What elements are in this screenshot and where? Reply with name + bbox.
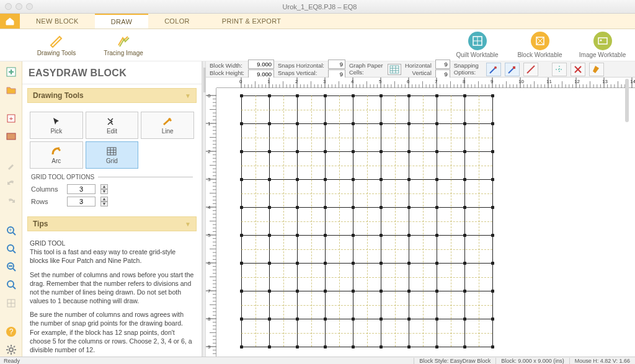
rows-stepper[interactable]: ▲▼	[100, 197, 108, 206]
tab-home[interactable]	[0, 14, 20, 29]
window-controls[interactable]	[5, 3, 33, 10]
svg-line-13	[13, 233, 16, 235]
rows-label: Rows	[31, 198, 62, 205]
graph-paper-button[interactable]	[388, 64, 401, 75]
drawing-tools-header-label: Drawing Tools	[33, 91, 84, 100]
svg-point-36	[111, 120, 113, 122]
svg-text:5: 5	[379, 79, 382, 84]
snap-to-line-icon[interactable]	[523, 63, 538, 76]
tips-header[interactable]: Tips ▼	[27, 216, 197, 231]
clear-icon[interactable]	[589, 63, 604, 76]
status-mouse: Mouse H: 4.82 V: 1.66	[569, 358, 635, 364]
tab-draw[interactable]: DRAW	[95, 14, 148, 29]
svg-text:4: 4	[351, 79, 354, 84]
ruler-horizontal: 01234567891011121314	[216, 78, 635, 88]
zoom-icon[interactable]	[26, 3, 33, 10]
new-icon[interactable]	[4, 65, 18, 78]
svg-line-34	[14, 346, 15, 347]
delete-icon[interactable]	[571, 63, 585, 76]
tool-edit[interactable]: Edit	[86, 112, 139, 139]
zoom-fit-icon[interactable]	[4, 242, 18, 255]
quilt-worktable[interactable]: Quilt Worktable	[451, 30, 504, 60]
open-icon[interactable]	[4, 83, 18, 96]
svg-text:7: 7	[208, 288, 211, 294]
window-title: Urok_1_EQ8.PJ8 – EQ8	[40, 3, 599, 11]
help-icon[interactable]: ?	[4, 326, 18, 339]
eyedropper-icon[interactable]	[4, 159, 18, 172]
svg-text:1: 1	[208, 121, 211, 127]
svg-rect-6	[598, 38, 607, 44]
pencil-icon	[48, 33, 65, 48]
tab-color[interactable]: COLOR	[148, 14, 206, 29]
block-width-input[interactable]	[248, 60, 274, 69]
status-bar: Ready Block Style: EasyDraw Block Block:…	[0, 357, 635, 364]
ribbon-tracing-image[interactable]: Tracing Image	[95, 33, 151, 56]
home-icon	[5, 17, 15, 25]
drawing-tools-header[interactable]: Drawing Tools ▼	[27, 88, 197, 103]
snaps-h-input[interactable]	[328, 60, 345, 69]
chevron-down-icon: ▼	[185, 92, 191, 99]
rows-input[interactable]	[67, 197, 95, 206]
svg-point-47	[494, 66, 497, 69]
zoom-actual-icon[interactable]	[4, 278, 18, 291]
tips-p2: Set the number of columns and rows befor…	[30, 270, 194, 306]
svg-text:1: 1	[267, 79, 270, 84]
block-worktable-label: Block Worktable	[517, 51, 562, 58]
svg-text:2: 2	[295, 79, 298, 84]
svg-point-20	[7, 281, 14, 287]
library-icon[interactable]	[4, 130, 18, 143]
svg-text:7: 7	[435, 79, 438, 84]
svg-text:11: 11	[546, 79, 552, 84]
undo-icon[interactable]	[4, 177, 18, 190]
settings-icon[interactable]	[4, 344, 18, 357]
svg-text:0: 0	[208, 93, 211, 99]
block-grid	[241, 95, 492, 347]
tool-arc[interactable]: Arc	[30, 141, 83, 169]
status-block-style: Block Style: EasyDraw Block	[414, 358, 495, 364]
drawing-canvas[interactable]	[216, 88, 635, 357]
redo-icon[interactable]	[4, 195, 18, 208]
snap-to-node-icon[interactable]	[505, 63, 520, 76]
image-worktable-label: Image Worktable	[579, 51, 626, 58]
columns-input[interactable]	[67, 184, 95, 194]
snap-to-grid-icon[interactable]	[486, 63, 501, 76]
block-height-label: Block Height:	[210, 69, 244, 76]
svg-line-21	[13, 286, 16, 289]
zoom-out-icon[interactable]	[4, 260, 18, 273]
graph-h-label: Horizontal	[405, 62, 432, 69]
snaps-h-label: Snaps Horizontal:	[278, 62, 324, 69]
svg-text:8: 8	[208, 316, 211, 322]
tab-new-block[interactable]: NEW BLOCK	[20, 14, 95, 29]
ribbon-drawing-tools[interactable]: Drawing Tools	[29, 33, 84, 56]
tool-pick[interactable]: Pick	[30, 112, 83, 139]
svg-point-15	[7, 245, 14, 251]
add-block-icon[interactable]: +	[4, 112, 18, 125]
image-worktable[interactable]: Image Worktable	[576, 30, 629, 60]
svg-text:9: 9	[491, 79, 494, 84]
minimize-icon[interactable]	[16, 3, 22, 10]
columns-label: Columns	[31, 185, 62, 193]
columns-stepper[interactable]: ▲▼	[100, 184, 108, 194]
zoom-in-icon[interactable]: +	[4, 224, 18, 237]
tool-line[interactable]: Line	[141, 112, 194, 139]
graph-h-input[interactable]	[435, 60, 450, 69]
svg-text:9: 9	[208, 344, 211, 350]
graph-v-label: Vertical	[405, 69, 432, 76]
tips-p3: Be sure the number of columns and rows a…	[30, 310, 194, 354]
svg-rect-37	[107, 148, 116, 155]
close-icon[interactable]	[5, 3, 12, 10]
block-worktable[interactable]: Block Worktable	[513, 30, 566, 60]
svg-rect-48	[513, 66, 515, 69]
svg-text:14: 14	[630, 79, 635, 84]
svg-text:6: 6	[208, 260, 211, 266]
tool-grid[interactable]: Grid	[86, 141, 139, 169]
svg-text:+: +	[9, 227, 12, 233]
status-ready: Ready	[0, 358, 20, 364]
grid-toggle-icon[interactable]	[4, 296, 18, 309]
center-marks-icon[interactable]	[552, 63, 567, 76]
scrollbar-vertical[interactable]	[625, 79, 629, 122]
tab-print-export[interactable]: PRINT & EXPORT	[206, 14, 297, 29]
svg-text:13: 13	[602, 79, 608, 84]
svg-rect-42	[390, 66, 399, 73]
svg-rect-11	[7, 133, 16, 140]
